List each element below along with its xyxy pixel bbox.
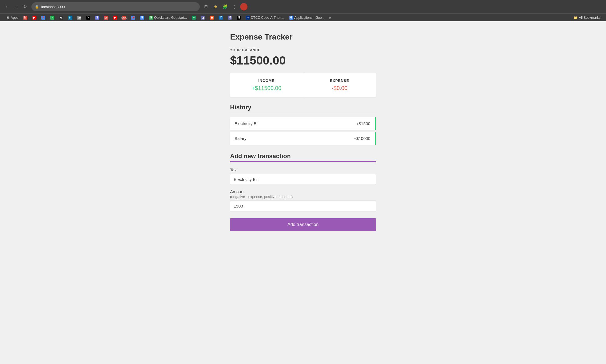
amount-label: Amount (negative - expense, positive - i… [230,189,376,199]
amount-form-group: Amount (negative - expense, positive - i… [230,189,376,211]
history-section: History Electricity Bill +$1500 Salary +… [230,104,376,145]
history-divider [230,112,376,113]
notion-favicon: N [237,16,241,20]
more-bookmarks-button[interactable]: » [327,15,333,20]
expense-label: EXPENSE [309,79,371,83]
nav-buttons: ← → ↻ [3,3,29,11]
address-bar: 🔒 localhost:3000 [31,2,200,11]
expense-box: EXPENSE -$0.00 [303,73,376,97]
transaction-amount-2: +$10000 [354,136,370,141]
income-label: INCOME [236,79,297,83]
extensions-button[interactable]: 🧩 [221,3,229,11]
dtcc-favicon: D [246,16,250,20]
quickstart-favicon: G [149,16,153,20]
bookmark-spotify[interactable]: ♪ [48,15,56,20]
transaction-amount-1: +$1500 [356,121,370,126]
maps-favicon: 📍 [41,16,45,20]
more-icon: » [329,15,331,20]
cc-favicon: cc [104,16,108,20]
un-favicon: un [77,16,81,20]
bookmark-stripe[interactable]: S [93,15,101,20]
bookmark-notion[interactable]: N [235,15,243,20]
bookmark-yammer[interactable]: Y [217,15,225,20]
app-title: Expense Tracker [230,33,376,42]
arc-favicon: ◑ [201,16,205,20]
browser-toolbar: ← → ↻ 🔒 localhost:3000 ⊞ ★ 🧩 ⋮ [0,0,606,13]
x-favicon: ✕ [86,16,90,20]
all-bookmarks-label: All Bookmarks [579,16,600,20]
ms-favicon: ⊞ [210,16,214,20]
bookmark-yt2[interactable]: ▶ [111,15,119,20]
bookmark-gmail[interactable]: M [21,15,29,20]
bookmark-google[interactable]: G [138,15,146,20]
dsa-favicon: DSA [122,16,126,20]
amount-input[interactable] [230,201,376,211]
forward-button[interactable]: → [12,3,20,11]
bookmark-teams[interactable]: M [226,15,234,20]
balance-label: YOUR BALANCE [230,48,376,52]
bookmark-un[interactable]: un [75,15,83,20]
income-box: INCOME +$11500.00 [230,73,303,97]
add-transaction-button[interactable]: Add transaction [230,218,376,231]
bookmark-x[interactable]: ✕ [84,15,92,20]
teams-favicon: M [228,16,232,20]
linkedin-favicon: in [68,16,72,20]
profile-avatar[interactable] [240,3,247,10]
pin-favicon: 📌 [131,16,135,20]
github-favicon: ⊛ [59,16,63,20]
transaction-list: Electricity Bill +$1500 Salary +$10000 [230,117,376,145]
lock-icon: 🔒 [35,5,39,9]
add-transaction-section: Add new transaction Text Amount (negativ… [230,153,376,231]
bookmark-github[interactable]: ⊛ [57,15,65,20]
bookmark-dsa[interactable]: DSA [120,15,128,20]
form-divider [230,161,376,162]
bookmark-ms[interactable]: ⊞ [208,15,216,20]
text-label: Text [230,167,376,172]
bookmark-appsgoo[interactable]: G Applications - Goo... [287,15,327,20]
browser-actions: ⊞ ★ 🧩 ⋮ [202,3,247,11]
stripe-favicon: S [95,16,99,20]
youtube-favicon: ▶ [32,16,36,20]
expense-amount: -$0.00 [309,85,371,91]
bookmark-apps[interactable]: ⊞ Apps [3,15,20,20]
yt2-favicon: ▶ [113,16,117,20]
all-bookmarks[interactable]: 📁 All Bookmarks [571,15,603,20]
bookmark-button[interactable]: ★ [212,3,219,11]
bookmark-youtube[interactable]: ▶ [30,15,38,20]
bookmark-cc[interactable]: cc [102,15,110,20]
bookmark-sheets[interactable]: ≡ [190,15,198,20]
history-title: History [230,104,376,111]
add-transaction-title: Add new transaction [230,153,376,160]
transaction-name-1: Electricity Bill [235,121,259,126]
bookmark-dtcc[interactable]: D DTCC Code-A-Thon... [244,15,286,20]
main-container: Expense Tracker YOUR BALANCE $11500.00 I… [230,33,376,231]
yammer-favicon: Y [219,16,223,20]
transaction-name-2: Salary [235,136,247,141]
text-input[interactable] [230,174,376,185]
dtcc-label: DTCC Code-A-Thon... [251,16,284,20]
bookmarks-bar: ⊞ Apps M ▶ 📍 ♪ ⊛ in un ✕ S cc [0,13,606,21]
balance-amount: $11500.00 [230,54,376,67]
transaction-item: Electricity Bill +$1500 [230,117,376,130]
bookmark-maps[interactable]: 📍 [39,15,47,20]
more-options-button[interactable]: ⋮ [231,3,238,11]
all-bookmarks-icon: 📁 [573,16,578,20]
bookmark-arc[interactable]: ◑ [199,15,207,20]
reload-button[interactable]: ↻ [21,3,29,11]
app-content: Expense Tracker YOUR BALANCE $11500.00 I… [0,21,606,364]
bookmark-pin[interactable]: 📌 [129,15,137,20]
bookmark-linkedin[interactable]: in [66,15,74,20]
transaction-item-2: Salary +$10000 [230,132,376,145]
url-input[interactable]: localhost:3000 [41,5,196,9]
bookmark-quickstart[interactable]: G Quickstart: Get start... [147,15,189,20]
appsgoo-favicon: G [289,16,293,20]
quickstart-label: Quickstart: Get start... [154,16,187,20]
amount-sublabel: (negative - expense, positive - income) [230,195,293,199]
bookmark-apps-label: Apps [11,16,18,20]
gmail-favicon: M [23,16,27,20]
appsgoo-label: Applications - Goo... [294,16,325,20]
back-button[interactable]: ← [3,3,11,11]
text-form-group: Text [230,167,376,185]
apps-icon: ⊞ [6,16,10,20]
translate-button[interactable]: ⊞ [202,3,210,11]
